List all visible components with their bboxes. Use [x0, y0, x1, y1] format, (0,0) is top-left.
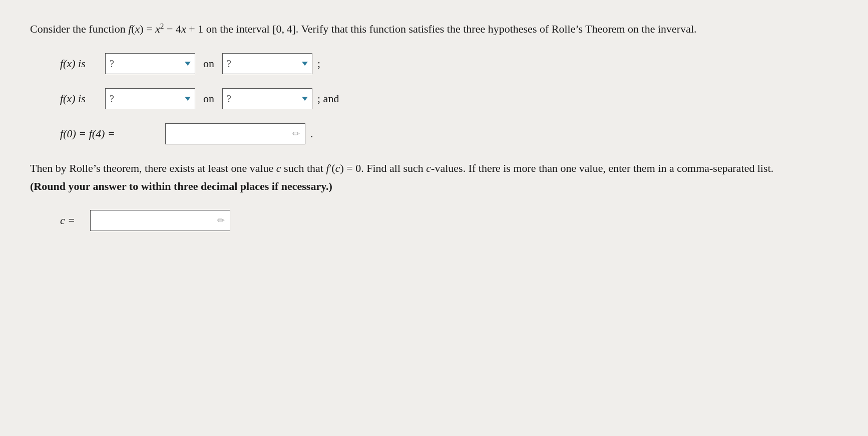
row1-dropdown1[interactable]: ? [105, 53, 195, 74]
row3-input[interactable]: ✏︎ [165, 123, 305, 145]
hypotheses-section: f(x) is ? on ? ; f(x) is ? on ? ; and f(… [60, 53, 838, 145]
conclusion-text: Then by Rolle’s theorem, there exists at… [30, 159, 781, 194]
row1-dropdown1-value: ? [110, 56, 181, 72]
row2-label: f(x) is [60, 90, 100, 107]
problem-intro: Consider the function f(x) = x2 − 4x + 1… [30, 20, 781, 38]
row1-suffix: ; [317, 55, 320, 72]
hypothesis-row-3: f(0) = f(4) = ✏︎ . [60, 123, 838, 145]
row3-suffix: . [310, 125, 313, 142]
hypothesis-row-2: f(x) is ? on ? ; and [60, 88, 838, 109]
c-label: c = [60, 211, 85, 229]
c-pencil-icon: ✏︎ [217, 213, 225, 228]
row1-dropdown2-arrow [302, 62, 308, 66]
row1-dropdown2[interactable]: ? [222, 53, 312, 74]
row2-dropdown2-arrow [302, 97, 308, 101]
row1-label: f(x) is [60, 55, 100, 72]
row3-pencil-icon: ✏︎ [292, 127, 300, 141]
hypothesis-row-1: f(x) is ? on ? ; [60, 53, 838, 74]
row1-dropdown2-value: ? [227, 56, 298, 72]
row1-dropdown1-arrow [185, 62, 191, 66]
row2-dropdown2[interactable]: ? [222, 88, 312, 109]
row3-label: f(0) = f(4) = [60, 125, 160, 142]
row1-connector: on [203, 55, 214, 72]
row2-connector: on [203, 90, 214, 107]
c-answer-row: c = ✏︎ [60, 210, 838, 232]
c-input[interactable]: ✏︎ [90, 210, 230, 232]
row2-dropdown1-arrow [185, 97, 191, 101]
row2-dropdown2-value: ? [227, 91, 298, 107]
row2-dropdown1-value: ? [110, 91, 181, 107]
row2-suffix: ; and [317, 90, 339, 107]
row2-dropdown1[interactable]: ? [105, 88, 195, 109]
